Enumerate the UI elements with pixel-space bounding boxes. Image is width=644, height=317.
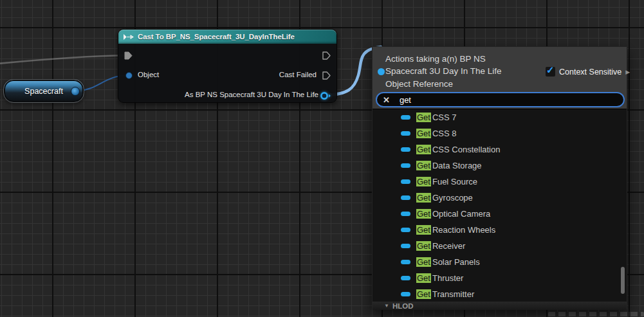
match-highlight: Get [416,161,431,170]
action-item[interactable]: GetOptical Camera [373,206,627,222]
context-sensitive-control: ✓ Context Sensitive ▶ [546,67,630,77]
action-item-label: CSS Constellation [432,145,501,154]
exec-output-pin-icon [322,51,331,60]
action-item[interactable]: GetCSS Constellation [373,141,627,158]
object-pin-label-wrap: Object [138,71,159,78]
category-label: HLOD [392,302,414,310]
match-highlight: Get [416,289,431,299]
action-item-label: CSS 7 [432,113,457,122]
graph-canvas[interactable]: Cast To BP_NS_Spacecraft_3U_DayInTheLife… [0,0,644,317]
action-search-box: ✕ [376,92,625,107]
match-highlight: Get [416,225,431,235]
action-item[interactable]: GetSolar Panels [373,254,627,270]
object-pin-label: Object [138,71,159,78]
as-output-pin-icon [320,91,332,100]
variable-pin-icon [401,260,410,264]
pin-type-icon [378,68,385,75]
action-menu-title: Actions taking a(n) BP NS Spacecraft 3U … [385,53,502,90]
action-menu-title-line3: Object Reference [385,78,502,90]
cast-failed-pin-icon [322,71,331,80]
object-pin-icon [125,72,133,79]
action-item-label: Transmitter [432,289,474,299]
action-item[interactable]: GetData Storage [373,158,627,174]
action-item-label: Optical Camera [432,209,490,219]
action-item[interactable]: GetReceiver [373,238,627,254]
as-pin-label-wrap: As BP NS Spacecraft 3U Day In The Life [185,91,318,98]
submenu-arrow-icon[interactable]: ▶ [625,69,630,75]
cast-node[interactable]: Cast To BP_NS_Spacecraft_3U_DayInTheLife… [118,29,337,103]
match-highlight: Get [416,241,431,251]
action-item[interactable]: GetGyroscope [373,190,627,206]
cast-node-header[interactable]: Cast To BP_NS_Spacecraft_3U_DayInTheLife [118,30,336,44]
action-menu-header: Actions taking a(n) BP NS Spacecraft 3U … [373,47,627,109]
cast-failed-label-wrap: Cast Failed [279,71,317,78]
match-highlight: Get [416,145,431,154]
variable-pin-icon [401,276,410,280]
match-highlight: Get [416,257,431,267]
variable-pin-icon [401,244,410,248]
variable-pin-icon [401,131,410,136]
horizontal-scrollbar[interactable] [548,312,644,316]
action-item[interactable]: GetCSS 8 [373,125,627,141]
variable-pin-icon [401,195,410,200]
cast-failed-pin[interactable] [322,71,331,80]
match-highlight: Get [416,273,431,283]
match-highlight: Get [416,209,431,219]
action-item[interactable]: GetFuel Source [373,174,627,190]
action-item-label: Fuel Source [432,177,477,186]
exec-output-pin[interactable] [322,51,331,60]
match-highlight: Get [416,193,431,203]
action-item-label: Solar Panels [432,257,480,267]
context-sensitive-checkbox[interactable]: ✓ [546,67,555,77]
variable-pin-icon [401,163,410,168]
clear-search-icon[interactable]: ✕ [383,95,390,105]
as-output-pin[interactable] [320,91,332,100]
match-highlight: Get [416,113,431,122]
action-menu-title-line1: Actions taking a(n) BP NS [385,53,502,65]
exec-wire [0,55,127,64]
action-item-label: CSS 8 [432,129,457,138]
variable-pin-icon [401,212,410,216]
action-item-label: Thruster [432,273,463,283]
context-sensitive-label: Context Sensitive [559,68,621,77]
exec-input-pin-icon [124,51,133,60]
exec-input-pin[interactable] [124,51,133,60]
category-expand-icon: ▼ [384,303,389,309]
spacecraft-variable-label: Spacecraft [24,87,63,96]
search-input[interactable] [398,95,618,105]
action-item-label: Reaction Wheels [432,225,495,235]
action-item[interactable]: GetThruster [373,270,627,286]
action-item-label: Receiver [432,241,465,251]
checkmark-icon: ✓ [546,64,555,76]
spacecraft-variable-node[interactable]: Spacecraft [3,79,84,103]
action-item-label: Data Storage [432,161,482,170]
variable-pin-icon [401,115,410,120]
match-highlight: Get [416,177,431,186]
variable-pin-icon [401,292,410,296]
match-highlight: Get [416,129,431,138]
cast-node-title: Cast To BP_NS_Spacecraft_3U_DayInTheLife [138,33,295,41]
action-list: GetCSS 7 GetCSS 8 GetCSS Constellation G… [373,109,627,302]
category-hlod[interactable]: ▼ HLOD [373,302,627,310]
action-item[interactable]: GetCSS 7 [373,109,627,125]
variable-pin-icon [401,147,410,152]
action-menu-title-line2: Spacecraft 3U Day In The Life [385,65,502,77]
spacecraft-output-pin[interactable] [71,87,80,96]
vertical-scrollbar-thumb[interactable] [621,267,625,294]
as-pin-label: As BP NS Spacecraft 3U Day In The Life [185,91,318,98]
object-input-pin[interactable] [125,72,133,79]
cast-failed-pin-label: Cast Failed [279,71,317,78]
action-item-label: Gyroscope [432,193,473,203]
action-menu-popup: Actions taking a(n) BP NS Spacecraft 3U … [372,46,627,309]
cast-icon [123,33,134,41]
variable-pin-icon [401,179,410,184]
action-item[interactable]: GetReaction Wheels [373,222,627,238]
action-item[interactable]: GetTransmitter [373,286,627,302]
variable-pin-icon [401,228,410,232]
